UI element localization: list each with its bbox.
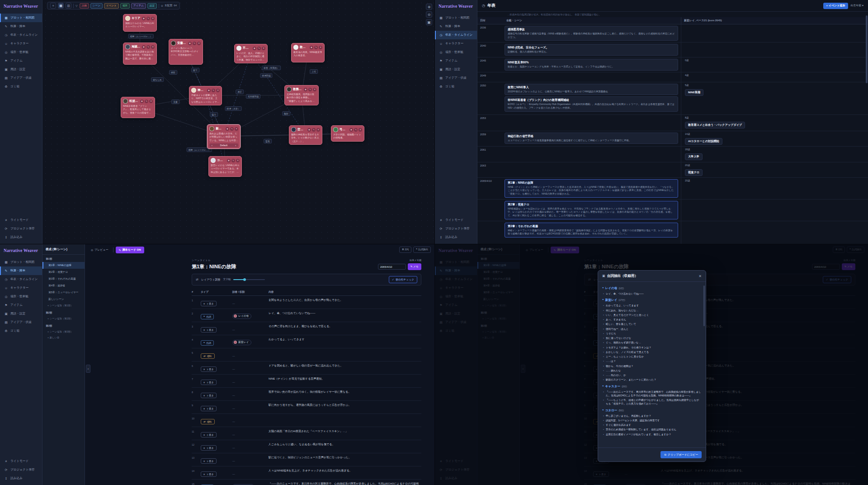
link-icon[interactable]: ◉ (253, 47, 256, 50)
edit-icon[interactable]: ✎ (312, 128, 316, 132)
sidebar-item-8[interactable]: ♻ゴミ箱 (0, 82, 42, 91)
sidebar-item-6[interactable]: ▣用語・設定 (435, 65, 477, 74)
script-row[interactable]: 9≡ト書き—駅に向かう道すがら、通学路の風景にはうっすらと広告が浮かぶ。 (192, 401, 421, 414)
sidebar-item-0[interactable]: ▦プロット・相関図 (435, 14, 477, 22)
close-icon[interactable]: ✕ (698, 274, 702, 278)
character-card[interactable]: 弓削山ハル◉✎✕大学の同期。植物園バイトの情報通。 (331, 125, 364, 142)
delete-icon[interactable]: ✕ (149, 100, 153, 103)
sidebar-bottom-item-1[interactable]: ⟳プロジェクト保存 (435, 224, 477, 233)
script-row[interactable]: 3≡ト書き—その声に背を向けたまま、靴ひもを結んで答える。 (192, 322, 421, 335)
chapter-list-item[interactable]: 第1章：NINEの故障 (42, 262, 85, 269)
script-row[interactable]: 2❝台詞レイの母レイ、傘、つけ忘れていないでね—— (192, 309, 421, 322)
age-event-note[interactable]: 教育屋コメと出会う・バックアップダイブ (685, 122, 745, 128)
row-type-chip[interactable]: ≡ト書き (201, 406, 217, 411)
memo-button[interactable]: ✎ メモ (408, 263, 421, 270)
sidebar-item-5[interactable]: ⚑アイテム (0, 301, 42, 309)
script-row[interactable]: 5⇄場転— (192, 348, 421, 361)
sidebar-item-3[interactable]: ☺キャラクター (0, 39, 42, 48)
sidebar-item-3[interactable]: ☺キャラクター (0, 284, 42, 292)
speaker-chip[interactable]: レイの母 (232, 314, 251, 319)
sidebar-item-7[interactable]: ▤アイデア・伏線 (0, 318, 42, 327)
edit-icon[interactable]: ✎ (145, 100, 148, 103)
edit-icon[interactable]: ✎ (146, 17, 150, 20)
next-variant-icon[interactable]: › (235, 144, 236, 147)
filter-chip[interactable]: 人物 (80, 3, 89, 9)
chapter-list-item[interactable]: 第5章：ニューロレイヤー (42, 289, 85, 296)
link-icon[interactable]: ◉ (142, 17, 146, 20)
script-row[interactable]: 14≡ト書き—人々はNINE端末を見上げ、ネオチェックされた広告が流れ過ぎる。 (192, 466, 421, 480)
character-card[interactable]: 海賊カケル◉✎✕NINEの不具合調査を請け負う闇の修理屋。可視偽装の腕は一流で、… (123, 43, 157, 65)
edit-icon[interactable]: ✎ (230, 127, 234, 131)
filter-chip[interactable]: 設定 (147, 3, 157, 9)
link-icon[interactable]: ◉ (226, 127, 229, 131)
character-card[interactable]: 教務省トラジ◉✎✕元神経刑務員。境界期の医療大臣の側近を兼務し、『基盤庁』により… (284, 85, 319, 105)
add-scene-button[interactable]: + シーン追加（第1部） (42, 303, 85, 309)
edit-icon[interactable]: ✎ (314, 46, 318, 49)
sidebar-item-7[interactable]: ▤アイデア・伏線 (0, 74, 42, 82)
sidebar-item-4[interactable]: ◎場所・世界観 (0, 48, 42, 57)
row-type-chip[interactable]: ≡ト書き (201, 471, 217, 477)
edit-icon[interactable]: ✎ (146, 45, 150, 49)
row-type-chip[interactable]: ≡ト書き (201, 458, 217, 464)
character-card[interactable]: 不破エイト◉✎✕レイの父、故人。15歳のときに、地方の科学病院に通う所属。独学で… (234, 44, 268, 63)
edit-icon[interactable]: ✎ (231, 159, 235, 162)
chapter-list-item[interactable]: 新しいシーン (42, 296, 85, 303)
add-scene-button[interactable]: + シーン追加（第3部） (42, 329, 85, 335)
sidebar-item-3[interactable]: ☺キャラクター (435, 39, 477, 48)
add-event-button[interactable]: + イベント追加 (823, 3, 849, 9)
script-row[interactable]: 4❝台詞新堂レイわかってるよ、いってきます (192, 335, 421, 348)
sidebar-item-2[interactable]: ◷年表・タイムライン (0, 31, 42, 39)
edit-icon[interactable]: ✎ (308, 88, 312, 91)
link-icon[interactable]: ◉ (188, 42, 192, 45)
sidebar-item-8[interactable]: ♻ゴミ箱 (435, 82, 477, 91)
script-row[interactable]: 10⇄場転— (192, 414, 421, 427)
sidebar-bottom-item-0[interactable]: ☀ライトモード (0, 216, 42, 224)
timeline-event-card[interactable]: 感情悪用事故感情信号の転送実験で感情汚染事故（NINE-α被験者死亡）。被験者の… (505, 26, 678, 41)
row-type-chip[interactable]: ≡ト書き (201, 432, 217, 437)
row-type-chip[interactable]: ⇄場転 (201, 353, 215, 359)
timeline-chapter-card[interactable]: 第3章：それぞれの葛藤神経インターフェース基盤庁の局長・瀬尾はVR調査委員会で「… (505, 223, 678, 238)
modal-scrollbar[interactable] (703, 285, 705, 326)
delete-icon[interactable]: ✕ (262, 47, 265, 50)
row-type-chip[interactable]: ≡ト書き (201, 366, 217, 372)
character-card[interactable]: 神足ツグミ◉✎✕不破エイトの後輩にあたり、NIRTでの研究者。主な分野はニューロ… (189, 86, 222, 105)
delete-icon[interactable]: ✕ (236, 159, 240, 162)
sidebar-item-2[interactable]: ◷年表・タイムライン (0, 275, 42, 284)
preview-button[interactable]: ⊙プレビュー (89, 247, 111, 253)
timeline-event-card[interactable]: 非NINE装着者（ブランク）向けの教育機関補給ECHO（エコー）：Empathy… (505, 96, 678, 111)
sidebar-item-6[interactable]: ▣用語・設定 (0, 65, 42, 74)
speaker-chip[interactable]: 新堂レイ (232, 340, 251, 345)
script-row[interactable]: 7≡ト書き—NINE（ナイン）が耳元で起動する音声通知。 (192, 375, 421, 388)
script-row[interactable]: 11≡ト書き—太陽の画面「本日のAI推奨された『ベースフェイススキン』…」 (192, 427, 421, 440)
character-card[interactable]: コタロー◉✎✕新堂レイのもつNINEのAIニューロレイヤーである。本体は別にある… (208, 156, 242, 177)
link-icon[interactable]: ◉ (140, 100, 144, 103)
script-row[interactable]: 15❝台詞キャスター『――次のニュースです。東日本市の区立避難所で、心肉接続系の… (192, 480, 421, 485)
sidebar-item-2[interactable]: ◷年表・タイムライン (435, 31, 477, 39)
timeline-event-card[interactable]: NINE-β完成、安全化フェーズ。記憶転送、個人の感情転送が実現も。 (505, 44, 678, 56)
link-icon[interactable]: ◉ (304, 88, 307, 91)
sidebar-bottom-item-2[interactable]: ↧読み込み (0, 474, 42, 483)
edit-icon[interactable]: ✎ (193, 42, 196, 45)
timeline-event-card[interactable]: 神経行政の省庁昇格ニューロインターフェース推進基盤事務局の局長に就任後すぐに省庁… (505, 133, 678, 144)
link-icon[interactable]: ◉ (349, 128, 353, 132)
sidebar-bottom-item-0[interactable]: ☀ライトモード (435, 216, 477, 224)
sidebar-bottom-item-0[interactable]: ☀ライトモード (0, 457, 42, 466)
sidebar-item-1[interactable]: ✎執筆・脚本 (0, 266, 42, 275)
script-row[interactable]: 13≡ト書き—駅に近づくと、街頭ビジョンのニュース音声が耳に引っかかった。 (192, 453, 421, 466)
filter-chip[interactable]: イベント (104, 3, 119, 9)
delete-icon[interactable]: ✕ (151, 17, 155, 20)
sidebar-item-5[interactable]: ⚑アイテム (0, 57, 42, 65)
age-event-note[interactable]: NINE装着 (685, 89, 703, 96)
row-type-chip[interactable]: ≡ト書き (201, 327, 217, 333)
add-scene-button[interactable]: + シーン追加（第2部） (42, 316, 85, 322)
script-row[interactable]: 12≡ト書き—人ごみをふらりと縫い、なまぬるい風が頬を撫でる。 (192, 440, 421, 453)
character-card[interactable]: 教育省トキオ◉✎✕教育省の局員。NINE教育導入の推進者。 (291, 43, 325, 62)
column-view-icon[interactable]: ▥ (66, 3, 71, 9)
age-event-note[interactable]: 大学入学 (685, 153, 703, 160)
prev-variant-icon[interactable]: ‹ (212, 144, 212, 147)
sidebar-item-4[interactable]: ◎場所・世界観 (435, 48, 477, 57)
character-card[interactable]: 安藤アルマ◉✎✕スペイン系のハーフ。ECHO東京支部唯一のダイバー。災害救助会社… (169, 39, 203, 65)
link-icon[interactable]: ◉ (142, 45, 146, 49)
edit-icon[interactable]: ✎ (257, 47, 261, 50)
link-icon[interactable]: ◉ (307, 128, 311, 132)
